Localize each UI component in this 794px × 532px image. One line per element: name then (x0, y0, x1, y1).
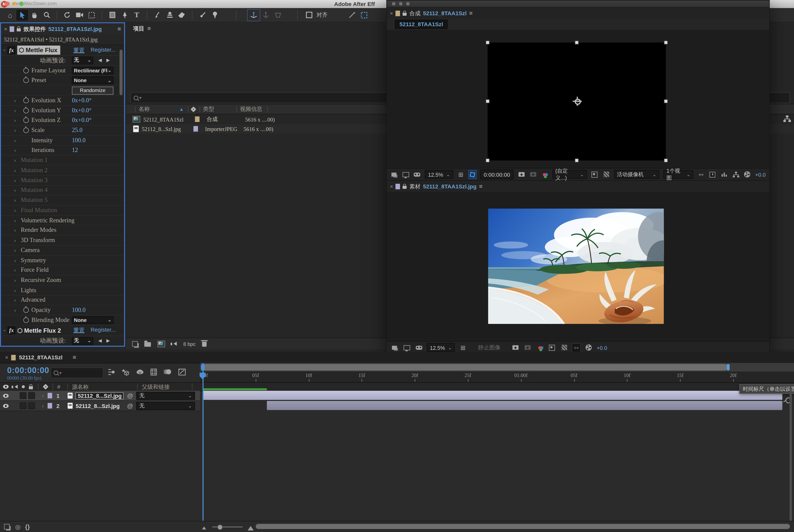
zoom-slider-knob[interactable] (217, 524, 223, 530)
effect-parameter-row[interactable]: ›Final Mutation (1, 206, 124, 215)
close-panel-icon[interactable]: × (5, 354, 8, 360)
layer-bar-2[interactable] (267, 401, 782, 410)
effect-parameter-row[interactable]: ›Intensity100.0 (1, 135, 124, 146)
effect-parameter-row[interactable]: Randomize (1, 86, 124, 96)
always-preview-icon[interactable] (391, 343, 398, 352)
effect-controls-tab-label[interactable]: 效果控件 (23, 25, 46, 33)
lock-column-icon[interactable] (29, 386, 33, 389)
expand-chevron-icon[interactable]: › (14, 307, 16, 313)
effect-parameter-row[interactable]: 动画预设:无⌄◀▶ (1, 56, 124, 65)
layer-source-name[interactable]: 52112_8...Szl.jpg (76, 392, 124, 399)
expand-chevron-icon[interactable]: › (14, 167, 16, 173)
effect-parameter-row[interactable]: ›Lights (1, 285, 124, 296)
item-name[interactable]: 52112_8...Szl.jpg (142, 126, 186, 132)
layer-bar-1[interactable] (203, 391, 782, 400)
stopwatch-icon[interactable] (23, 117, 29, 123)
parameter-value[interactable]: 0x+0.0° (72, 97, 91, 104)
effect-parameter-row[interactable]: ›Mutation 4 (1, 186, 124, 196)
expand-chevron-icon[interactable]: › (14, 117, 16, 123)
effect-parameter-row[interactable]: ›Advanced (1, 296, 124, 305)
effect-parameter-row[interactable]: ›Mutation 2 (1, 166, 124, 176)
snapshot-icon[interactable] (518, 170, 525, 178)
home-tool[interactable]: ⌂ (4, 10, 16, 21)
expand-modes-icon[interactable]: ◎ (15, 523, 20, 530)
label-color-swatch[interactable] (10, 26, 14, 32)
project-flowchart-icon[interactable] (783, 116, 791, 124)
previous-preset-icon[interactable]: ◀ (98, 58, 102, 63)
lock-icon[interactable] (403, 185, 407, 188)
exposure-value[interactable]: +0.0 (597, 344, 607, 350)
effect-controls-scrollbar[interactable] (119, 50, 122, 95)
puppet-pin-tool[interactable] (209, 10, 221, 21)
timeline-search-input[interactable]: ▾ (51, 367, 103, 378)
fast-previews-icon[interactable] (709, 170, 716, 178)
flowchart-icon[interactable] (732, 170, 740, 178)
pixel-aspect-icon[interactable]: ⇿ (697, 170, 705, 178)
anchor-point-icon[interactable] (573, 97, 582, 106)
parameter-dropdown[interactable]: None⌄ (72, 77, 113, 84)
next-preset-icon[interactable]: ▶ (106, 338, 110, 343)
delete-icon[interactable] (202, 342, 207, 347)
time-ruler[interactable]: 0:00f05f10f15f20f25f01:00f05f10f15f20f (200, 372, 794, 383)
preset-dropdown[interactable]: 无⌄ (72, 57, 93, 64)
navigator-end-handle[interactable] (726, 364, 730, 370)
motion-blur-icon[interactable] (164, 368, 171, 377)
effect-name-chip[interactable]: ⬡ Mettle Flux (17, 46, 60, 55)
previous-preset-icon[interactable]: ◀ (98, 338, 102, 343)
expand-chevron-icon[interactable]: › (14, 248, 16, 253)
reset-effect-link[interactable]: 重置 (73, 327, 84, 334)
close-window-button[interactable] (5, 1, 10, 6)
effect-parameter-row[interactable]: ›Render Modes (1, 226, 124, 235)
shy-layers-icon[interactable] (136, 368, 144, 377)
comp-tab-file[interactable]: 52112_8TAA1Szl (423, 10, 467, 16)
exposure-shutter-icon[interactable] (584, 343, 592, 352)
lock-icon[interactable] (403, 13, 407, 16)
region-of-interest-icon[interactable] (358, 10, 370, 21)
local-axis-mode-button[interactable] (248, 10, 260, 21)
show-snapshot-icon[interactable] (529, 170, 537, 178)
effect-parameter-row[interactable]: ›Symmetry (1, 255, 124, 266)
selection-handle[interactable] (486, 100, 489, 103)
pickwhip-icon[interactable]: @ (127, 392, 133, 399)
layer-solo-toggle[interactable] (29, 392, 35, 399)
region-of-interest-icon[interactable] (591, 170, 598, 178)
effect-parameter-row[interactable]: ›Iterations12 (1, 146, 124, 155)
footage-tab[interactable]: × 素材 52112_8TAA1Szl.jpg ≡ (387, 180, 769, 192)
primary-viewer-icon[interactable] (402, 170, 410, 178)
align-label[interactable]: 对齐 (316, 11, 328, 19)
magnification-dropdown[interactable]: 12.5%⌄ (425, 170, 453, 179)
source-name-column-label[interactable]: 源名称 (72, 383, 89, 391)
collapse-chevron-icon[interactable]: › (2, 50, 7, 51)
effect-parameter-row[interactable]: ›Opacity100.0 (1, 305, 124, 316)
pan-behind-tool[interactable] (86, 10, 98, 21)
stopwatch-icon[interactable] (23, 98, 29, 103)
fx-enable-icon[interactable]: fx (7, 46, 15, 54)
view-axis-mode-button[interactable] (272, 10, 284, 21)
new-composition-icon[interactable] (157, 340, 165, 347)
expand-chevron-icon[interactable]: › (14, 187, 16, 193)
window-dot[interactable] (406, 2, 410, 5)
effect-parameter-row[interactable]: ›Volumetric Rendering (1, 215, 124, 226)
label-column-icon[interactable] (43, 384, 49, 390)
effect-parameter-row[interactable]: ›Camera (1, 246, 124, 255)
window-dot[interactable] (399, 2, 402, 5)
color-depth-button[interactable]: 8 bpc (184, 341, 196, 346)
expand-chevron-icon[interactable]: › (14, 258, 16, 263)
close-panel-icon[interactable]: × (4, 26, 7, 32)
mask-visibility-icon[interactable] (469, 170, 476, 178)
composition-tab[interactable]: × 合成 52112_8TAA1Szl ≡ (387, 7, 769, 19)
expand-chevron-icon[interactable]: › (14, 98, 16, 103)
stopwatch-icon[interactable] (23, 78, 29, 83)
primary-viewer-icon[interactable] (402, 343, 411, 352)
grid-guides-icon[interactable]: ⊞ (457, 170, 465, 178)
comp-tab-kind[interactable]: 合成 (410, 10, 421, 17)
motion-sketch-icon[interactable] (346, 10, 358, 21)
expand-chevron-icon[interactable]: › (14, 128, 16, 133)
effect-name-2[interactable]: ⬡ Mettle Flux 2 (17, 327, 61, 334)
shape-tool[interactable] (106, 10, 118, 21)
label-color-swatch[interactable] (193, 126, 198, 132)
selection-handle[interactable] (575, 41, 578, 44)
navigator-playhead[interactable] (201, 364, 205, 370)
reset-effect-link[interactable]: 重置 (73, 46, 84, 54)
vr-view-icon[interactable] (415, 343, 423, 352)
